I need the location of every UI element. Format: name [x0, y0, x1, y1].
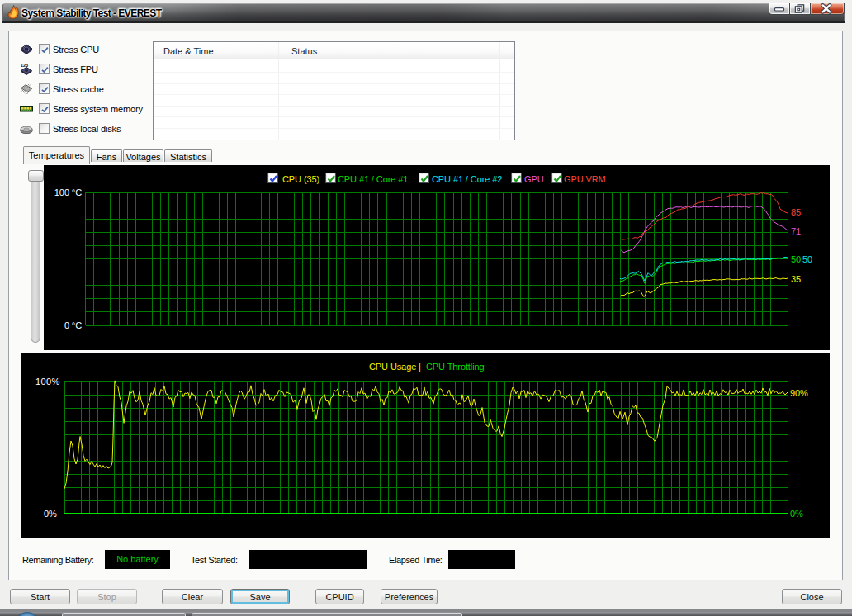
svg-text:123: 123 — [21, 63, 28, 68]
